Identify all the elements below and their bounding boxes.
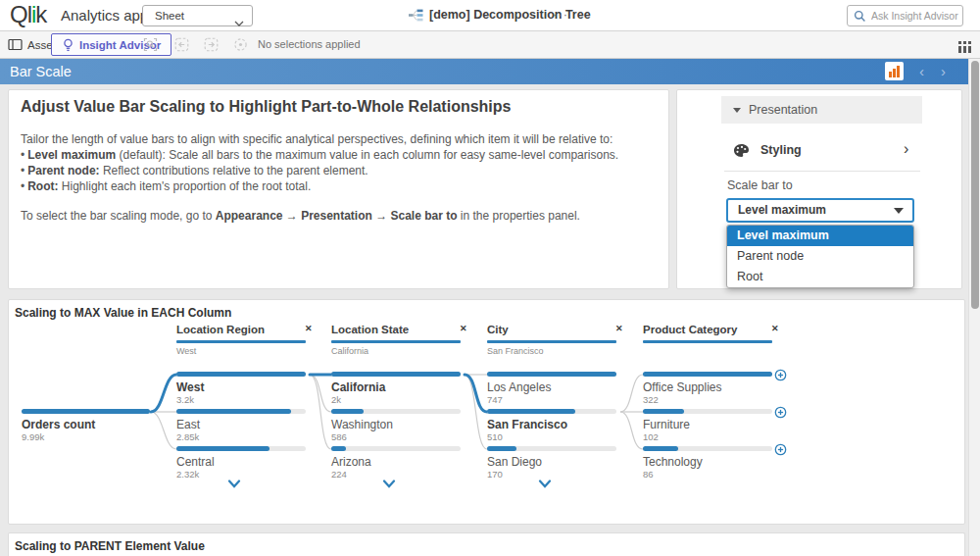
clear-selections-icon[interactable] <box>233 37 248 56</box>
insight-advisor-search[interactable] <box>847 5 963 26</box>
chevron-right-icon: › <box>904 136 908 162</box>
step-back-icon[interactable] <box>174 37 189 56</box>
node-value: 2.85k <box>176 431 199 442</box>
column-selection-label: West <box>176 346 196 356</box>
presentation-label: Presentation <box>749 96 817 124</box>
column-close-icon[interactable]: ✕ <box>771 324 779 333</box>
node-label: Los Angeles <box>487 380 551 394</box>
app-menu-ellipsis[interactable]: ··· <box>553 0 568 28</box>
sheet-selector-label: Sheet <box>155 6 184 25</box>
node-value: 224 <box>331 469 347 480</box>
dropdown-option-root[interactable]: Root <box>727 267 913 287</box>
presentation-accordion-header[interactable]: Presentation <box>721 96 922 124</box>
next-sheet-chevron-icon[interactable]: › <box>941 59 946 83</box>
divider <box>724 171 920 172</box>
vertical-scrollbar[interactable] <box>968 59 980 556</box>
column-close-icon[interactable]: ✕ <box>460 324 467 333</box>
styling-row[interactable]: Styling › <box>721 136 922 164</box>
styling-label: Styling <box>760 136 802 164</box>
tree-node-washington[interactable]: Washington 586 <box>331 409 478 442</box>
tree-node-los-angeles[interactable]: Los Angeles 747 <box>487 372 634 405</box>
top-bar: Qlik Analytics app Sheet [demo] Decompos… <box>0 0 980 31</box>
bar-fill <box>643 446 678 451</box>
sheet-title: Bar Scale <box>10 59 72 84</box>
tree-node-furniture[interactable]: Furniture 102 <box>643 409 790 442</box>
tree-column-header-location-region: Location Region ✕ West <box>176 324 323 367</box>
column-underline <box>643 340 772 343</box>
expand-node-icon[interactable] <box>774 368 787 385</box>
tree-node-east[interactable]: East 2.85k <box>176 409 323 442</box>
node-value: 3.2k <box>176 394 194 405</box>
node-value: 2.32k <box>176 469 199 480</box>
app-window: Qlik Analytics app Sheet [demo] Decompos… <box>0 0 980 556</box>
column-close-icon[interactable]: ✕ <box>615 324 623 333</box>
chevron-down-icon <box>234 13 244 30</box>
tree-node-orders-count[interactable]: Orders count 9.99k <box>22 409 169 442</box>
info-intro: Tailor the length of value bars to align… <box>21 131 657 147</box>
show-more-chevron-icon[interactable] <box>538 475 552 492</box>
insight-advisor-search-input[interactable] <box>871 7 959 25</box>
bar-fill <box>487 409 575 414</box>
column-close-icon[interactable]: ✕ <box>305 324 313 333</box>
selections-toolbar: Assets Insight Advisor No selections app… <box>0 31 980 59</box>
show-more-chevron-icon[interactable] <box>227 475 241 492</box>
chart-thumbnail-icon[interactable] <box>885 62 904 80</box>
max-scaling-demo-card: Scaling to MAX Value in EACH Column Orde… <box>8 299 965 525</box>
node-label: Technology <box>643 455 703 469</box>
bar-fill <box>176 409 291 414</box>
qlik-logo: Qlik <box>10 1 46 28</box>
node-value: 86 <box>643 469 654 480</box>
tree-node-california[interactable]: California 2k <box>331 372 478 405</box>
node-label: Furniture <box>643 418 690 431</box>
tree-column-header-city: City ✕ San Francisco <box>487 324 634 367</box>
step-forward-icon[interactable] <box>204 37 219 56</box>
assets-panel-icon <box>8 38 23 51</box>
selections-status: No selections applied <box>258 31 361 58</box>
palette-icon <box>733 143 750 158</box>
node-value: 586 <box>331 431 347 442</box>
dropdown-option-level-maximum[interactable]: Level maximum <box>727 226 913 246</box>
tree-node-san-francisco[interactable]: San Francisco 510 <box>487 409 634 442</box>
sheet-selector-dropdown[interactable]: Sheet <box>142 5 253 26</box>
node-value: 322 <box>643 394 659 405</box>
info-footer: To select the bar scaling mode, go to Ap… <box>21 208 657 224</box>
column-selection-label: San Francisco <box>487 346 544 356</box>
node-label: Office Supplies <box>643 380 722 394</box>
dropdown-value: Level maximum <box>738 200 826 221</box>
tree-node-arizona[interactable]: Arizona 224 <box>331 446 478 480</box>
column-selection-label: California <box>331 346 368 356</box>
expand-node-icon[interactable] <box>774 442 787 460</box>
node-value: 510 <box>487 431 503 442</box>
node-label: San Francisco <box>487 418 567 431</box>
node-value: 170 <box>487 469 503 480</box>
bar-fill <box>487 372 616 377</box>
info-card: Adjust Value Bar Scaling to Highlight Pa… <box>8 89 669 289</box>
node-value: 747 <box>487 394 503 405</box>
tree-node-san-diego[interactable]: San Diego 170 <box>487 446 634 480</box>
bar-fill <box>176 446 270 451</box>
info-title: Adjust Value Bar Scaling to Highlight Pa… <box>21 98 511 116</box>
show-more-chevron-icon[interactable] <box>382 475 396 492</box>
tree-node-office-supplies[interactable]: Office Supplies 322 <box>643 372 790 405</box>
expand-node-icon[interactable] <box>774 405 787 423</box>
triangle-down-icon <box>733 108 741 113</box>
sheet-grid-icon[interactable] <box>958 39 971 57</box>
info-bullet: •Parent node: Reflect contributions rela… <box>21 163 657 178</box>
node-label: West <box>176 380 204 394</box>
search-icon <box>854 10 866 23</box>
tree-node-west[interactable]: West 3.2k <box>176 372 323 405</box>
tree-node-technology[interactable]: Technology 86 <box>643 446 790 480</box>
tree-node-central[interactable]: Central 2.32k <box>176 446 323 480</box>
scrollbar-thumb[interactable] <box>971 61 979 309</box>
node-label: Orders count <box>22 418 95 431</box>
scale-bar-to-dropdown[interactable]: Level maximum <box>726 198 914 223</box>
lightbulb-icon <box>62 38 74 52</box>
bar-fill <box>331 372 461 377</box>
info-bullet-list: •Level maximum (default): Scale all bars… <box>21 147 657 194</box>
dropdown-option-parent-node[interactable]: Parent node <box>727 246 913 267</box>
bar-fill <box>176 372 306 377</box>
selections-search-icon[interactable] <box>143 37 158 56</box>
column-underline <box>487 340 616 343</box>
caret-down-icon <box>894 208 904 214</box>
previous-sheet-chevron-icon[interactable]: ‹ <box>919 59 924 83</box>
